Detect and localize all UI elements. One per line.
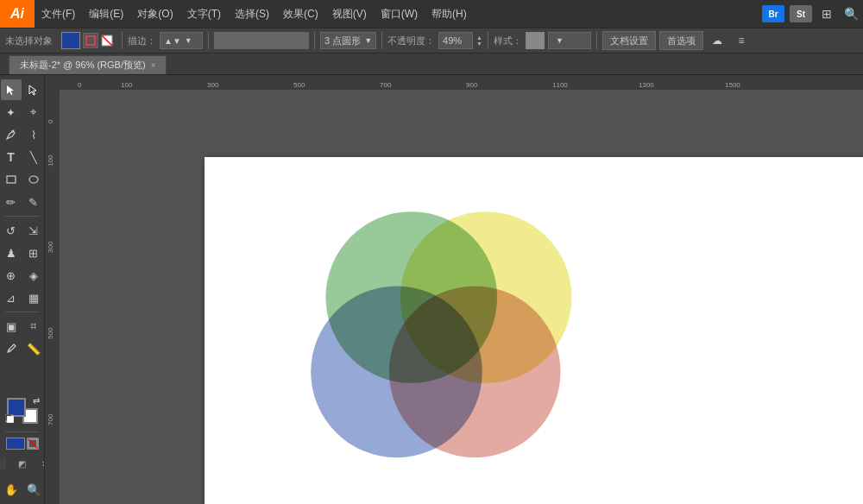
- svg-text:100: 100: [121, 81, 133, 89]
- tool-row-1: [0, 79, 44, 100]
- gradient-mode-btn[interactable]: ◩: [12, 453, 33, 474]
- reset-colors-icon[interactable]: [5, 413, 14, 425]
- tool-row-6: ✏ ✎: [0, 192, 44, 212]
- svg-text:1100: 1100: [552, 81, 568, 89]
- none-stroke-icon[interactable]: [101, 35, 117, 47]
- tab-close-btn[interactable]: ×: [151, 60, 156, 70]
- stroke-label: 描边：: [128, 35, 156, 47]
- preferences-btn[interactable]: 首选项: [659, 31, 703, 50]
- rotate-tool[interactable]: ↺: [1, 220, 22, 241]
- sep1: [122, 32, 123, 49]
- chart-tool[interactable]: ▦: [23, 287, 44, 308]
- shape-builder-tool[interactable]: ⊕: [1, 265, 22, 286]
- menu-edit[interactable]: 编辑(E): [82, 0, 130, 28]
- style-color-box[interactable]: [526, 32, 545, 49]
- opacity-stepper[interactable]: ▲ ▼: [476, 35, 482, 47]
- ellipse-tool[interactable]: [23, 169, 44, 190]
- svg-text:500: 500: [293, 81, 306, 89]
- tool-row-7: ↺ ⇲: [0, 220, 44, 241]
- hand-tool[interactable]: ✋: [1, 479, 22, 500]
- opacity-value[interactable]: 49%: [438, 32, 473, 49]
- fill-color-box[interactable]: [61, 32, 80, 49]
- tool-row-11: ▣ ⌗: [0, 316, 44, 337]
- menu-select[interactable]: 选择(S): [228, 0, 276, 28]
- svg-text:700: 700: [380, 81, 392, 89]
- sep2: [208, 32, 209, 49]
- apps-grid-icon[interactable]: ⊞: [815, 2, 839, 26]
- swap-colors-icon[interactable]: ⇄: [33, 396, 40, 406]
- type-tool[interactable]: T: [1, 147, 22, 167]
- document-tab[interactable]: 未标题-2* @ 96% (RGB/预览) ×: [9, 55, 167, 74]
- scale-tool[interactable]: ⇲: [23, 220, 44, 241]
- fill-indicator[interactable]: [6, 438, 25, 450]
- line-tool[interactable]: ╲: [23, 147, 44, 167]
- cloud-sync-icon[interactable]: ☁: [707, 30, 728, 51]
- stroke-icon[interactable]: [83, 33, 98, 48]
- rectangle-tool[interactable]: [1, 169, 22, 190]
- selection-tool[interactable]: [1, 79, 22, 100]
- measure-tool[interactable]: 📏: [23, 338, 44, 359]
- color-mode-btn[interactable]: ⬛: [0, 453, 10, 474]
- circle-red[interactable]: [389, 287, 561, 458]
- doc-settings-btn[interactable]: 文档设置: [602, 31, 656, 50]
- venn-diagram: .venn-circle { mix-blend-mode: multiply;…: [274, 174, 602, 502]
- point-shape-label: 3 点圆形: [324, 35, 361, 47]
- free-transform-tool[interactable]: ⊞: [23, 243, 44, 263]
- gradient-tool[interactable]: ▣: [1, 316, 22, 337]
- lasso-tool[interactable]: ⌖: [23, 102, 44, 123]
- svg-rect-4: [7, 176, 16, 183]
- search-icon[interactable]: 🔍: [839, 2, 863, 26]
- tool-row-nav: ✋ 🔍: [0, 479, 44, 500]
- svg-text:100: 100: [47, 154, 54, 167]
- perspective-tool[interactable]: ⊿: [1, 287, 22, 308]
- svg-line-10: [28, 439, 37, 448]
- tool-separator-1: [5, 216, 40, 217]
- eyedropper-tool[interactable]: [1, 338, 22, 359]
- no-fill-indicator[interactable]: [27, 438, 39, 450]
- menu-file[interactable]: 文件(F): [35, 0, 82, 28]
- style-dropdown[interactable]: ▼: [548, 32, 591, 49]
- bridge-icon[interactable]: Br: [762, 5, 784, 22]
- paintbrush-tool[interactable]: ✏: [1, 192, 22, 212]
- menu-window[interactable]: 窗口(W): [374, 0, 425, 28]
- curvature-tool[interactable]: ⌇: [23, 124, 44, 145]
- menu-bar: Ai 文件(F) 编辑(E) 对象(O) 文字(T) 选择(S) 效果(C) 视…: [0, 0, 863, 28]
- live-paint-tool[interactable]: ◈: [23, 265, 44, 286]
- warp-tool[interactable]: ♟: [1, 243, 22, 263]
- ai-logo: Ai: [0, 0, 35, 28]
- svg-text:0: 0: [47, 119, 54, 123]
- ruler-vertical: 0 100 300 500 700: [45, 91, 60, 504]
- pencil-tool[interactable]: ✎: [23, 192, 44, 212]
- point-shape-dropdown[interactable]: 3 点圆形 ▼: [320, 32, 376, 49]
- left-toolbar: ✦ ⌖ ⌇ T ╲ ✏ ✎ ↺ ⇲: [0, 75, 45, 504]
- main-area: ✦ ⌖ ⌇ T ╲ ✏ ✎ ↺ ⇲: [0, 75, 863, 504]
- zoom-tool[interactable]: 🔍: [23, 479, 44, 500]
- menu-object[interactable]: 对象(O): [130, 0, 180, 28]
- menu-help[interactable]: 帮助(H): [425, 0, 474, 28]
- ruler-horizontal: 0 100 300 500 700 900 1100 1300 1500: [60, 75, 863, 91]
- stroke-dropdown[interactable]: ▲▼ ▼: [160, 32, 203, 49]
- svg-text:0: 0: [78, 81, 82, 89]
- mesh-tool[interactable]: ⌗: [23, 316, 44, 337]
- fill-color-input[interactable]: [214, 32, 309, 49]
- stock-icon[interactable]: St: [790, 5, 812, 22]
- svg-rect-0: [86, 36, 95, 45]
- tool-row-12: 📏: [0, 338, 44, 359]
- menu-view[interactable]: 视图(V): [325, 0, 374, 28]
- tool-separator-2: [5, 312, 40, 312]
- none-mode-btn[interactable]: ✕: [35, 453, 46, 474]
- tool-row-5: [0, 169, 44, 190]
- svg-rect-8: [7, 416, 14, 423]
- menu-effect[interactable]: 效果(C): [276, 0, 325, 28]
- magic-wand-tool[interactable]: ✦: [1, 102, 22, 123]
- pen-tool[interactable]: [1, 124, 22, 145]
- fill-row: [0, 438, 45, 450]
- direct-selection-tool[interactable]: [23, 79, 44, 100]
- menu-type[interactable]: 文字(T): [180, 0, 228, 28]
- tool-row-4: T ╲: [0, 147, 44, 167]
- style-label: 样式：: [494, 35, 522, 47]
- tool-row-9: ⊕ ◈: [0, 265, 44, 286]
- sep4: [381, 32, 382, 49]
- arrange-icon[interactable]: ≡: [731, 30, 752, 51]
- tool-row-2: ✦ ⌖: [0, 102, 44, 123]
